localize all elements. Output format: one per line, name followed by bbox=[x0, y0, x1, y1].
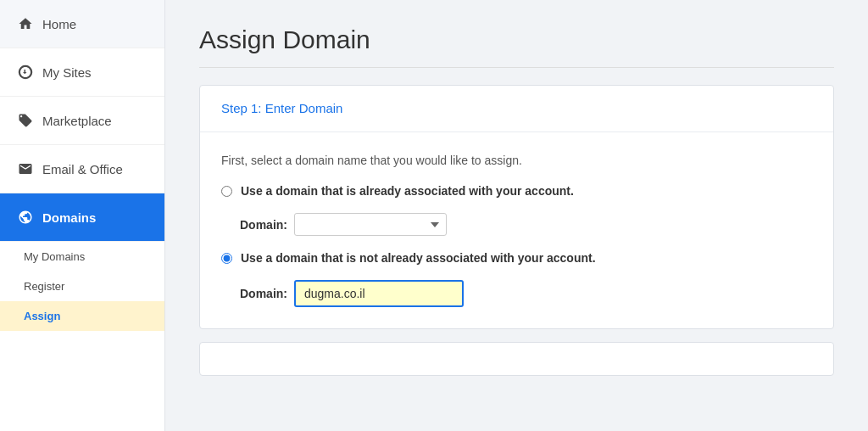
main-content: Assign Domain Step 1: Enter Domain First… bbox=[165, 0, 868, 431]
step1-title: Step 1: Enter Domain bbox=[221, 101, 342, 115]
sidebar-item-my-sites-label: My Sites bbox=[42, 65, 92, 80]
wordpress-icon bbox=[17, 64, 34, 81]
sidebar-item-email-office-label: Email & Office bbox=[42, 162, 123, 176]
mail-icon bbox=[17, 160, 34, 177]
option1-domain-select[interactable] bbox=[294, 213, 447, 236]
option2-radio[interactable] bbox=[221, 253, 232, 264]
step1-card: Step 1: Enter Domain First, select a dom… bbox=[199, 85, 834, 329]
sidebar-sub-item-register[interactable]: Register bbox=[0, 271, 164, 301]
sidebar-item-domains-label: Domains bbox=[42, 210, 96, 225]
sidebar: Home My Sites Marketplace Email & Office… bbox=[0, 0, 165, 431]
sidebar-item-email-office[interactable]: Email & Office bbox=[0, 145, 164, 193]
step1-card-body: First, select a domain name that you wou… bbox=[200, 132, 833, 328]
globe-icon bbox=[17, 209, 34, 226]
option2-domain-label: Domain: bbox=[240, 287, 287, 300]
sidebar-item-marketplace-label: Marketplace bbox=[42, 114, 112, 128]
option2-radio-group: Use a domain that is not already associa… bbox=[221, 251, 812, 265]
home-icon bbox=[17, 15, 34, 32]
option1-domain-label: Domain: bbox=[240, 218, 287, 232]
sidebar-sub-item-assign[interactable]: Assign bbox=[0, 301, 164, 331]
instruction-text: First, select a domain name that you wou… bbox=[221, 154, 812, 167]
sidebar-item-home-label: Home bbox=[42, 17, 76, 31]
option1-radio[interactable] bbox=[221, 186, 232, 197]
step2-card bbox=[199, 342, 834, 376]
page-title: Assign Domain bbox=[199, 25, 834, 68]
sidebar-item-marketplace[interactable]: Marketplace bbox=[0, 97, 164, 145]
sidebar-sub-item-my-domains[interactable]: My Domains bbox=[0, 242, 164, 271]
sidebar-item-home[interactable]: Home bbox=[0, 0, 164, 48]
option2-domain-input[interactable] bbox=[294, 280, 464, 307]
step1-card-header: Step 1: Enter Domain bbox=[200, 86, 833, 132]
option2-label[interactable]: Use a domain that is not already associa… bbox=[241, 251, 596, 265]
sidebar-item-my-sites[interactable]: My Sites bbox=[0, 48, 164, 97]
option1-radio-group: Use a domain that is already associated … bbox=[221, 184, 812, 198]
tag-icon bbox=[17, 112, 34, 129]
option1-domain-row: Domain: bbox=[240, 213, 812, 236]
option1-label[interactable]: Use a domain that is already associated … bbox=[241, 184, 574, 198]
option2-domain-row: Domain: bbox=[240, 280, 812, 307]
sidebar-item-domains[interactable]: Domains bbox=[0, 193, 164, 242]
